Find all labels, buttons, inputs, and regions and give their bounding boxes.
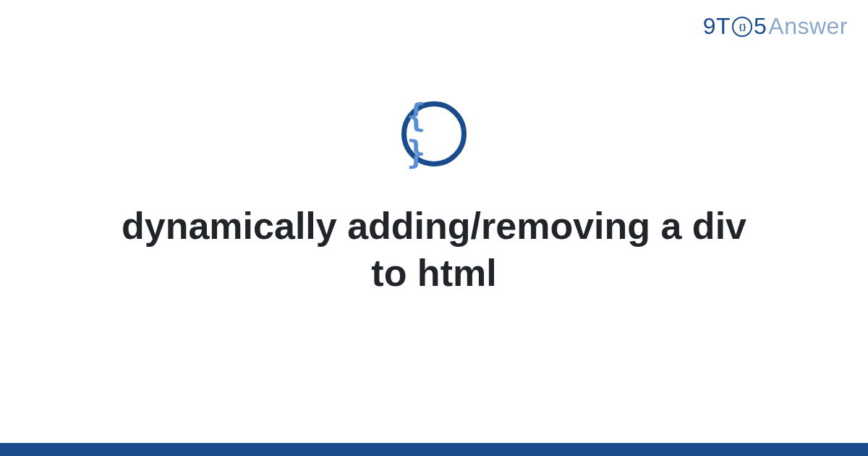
braces-symbol: { } bbox=[407, 97, 461, 171]
code-braces-icon: { } bbox=[401, 101, 467, 166]
footer-accent-bar bbox=[0, 443, 868, 456]
page-title: dynamically adding/removing a div to htm… bbox=[72, 203, 796, 297]
main-content: { } dynamically adding/removing a div to… bbox=[0, 0, 868, 456]
